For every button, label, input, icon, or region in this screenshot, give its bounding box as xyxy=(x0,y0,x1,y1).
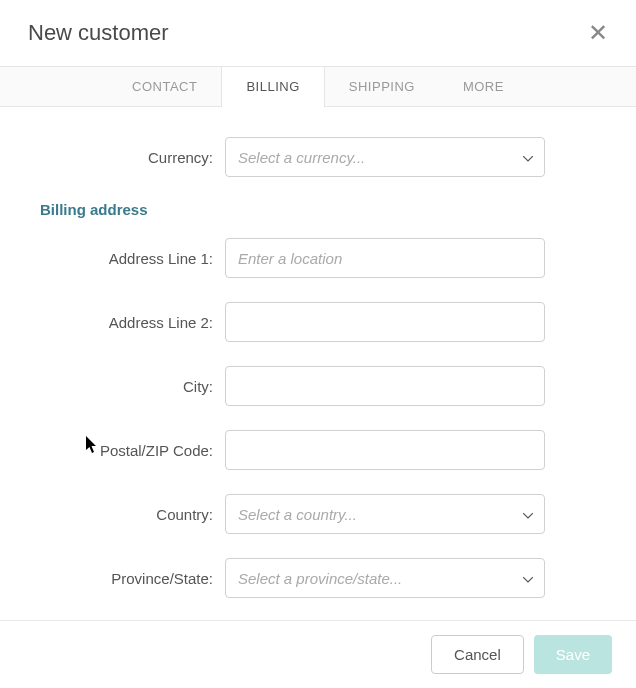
currency-select[interactable]: Select a currency... xyxy=(225,137,545,177)
tab-contact[interactable]: CONTACT xyxy=(108,67,221,106)
country-placeholder: Select a country... xyxy=(238,506,357,523)
close-button[interactable]: ✕ xyxy=(588,21,608,45)
address2-row: Address Line 2: xyxy=(40,302,596,342)
postal-label: Postal/ZIP Code: xyxy=(40,442,225,459)
city-label: City: xyxy=(40,378,225,395)
postal-input[interactable] xyxy=(225,430,545,470)
tab-more[interactable]: MORE xyxy=(439,67,528,106)
cancel-button[interactable]: Cancel xyxy=(431,635,524,674)
tab-bar: CONTACT BILLING SHIPPING MORE xyxy=(0,66,636,107)
country-label: Country: xyxy=(40,506,225,523)
province-row: Province/State: Select a province/state.… xyxy=(40,558,596,598)
currency-placeholder: Select a currency... xyxy=(238,149,365,166)
currency-row: Currency: Select a currency... xyxy=(40,137,596,177)
form-body: Currency: Select a currency... Billing a… xyxy=(0,107,636,642)
city-row: City: xyxy=(40,366,596,406)
tab-shipping[interactable]: SHIPPING xyxy=(325,67,439,106)
country-select[interactable]: Select a country... xyxy=(225,494,545,534)
province-placeholder: Select a province/state... xyxy=(238,570,402,587)
address1-row: Address Line 1: xyxy=(40,238,596,278)
currency-label: Currency: xyxy=(40,149,225,166)
postal-row: Postal/ZIP Code: xyxy=(40,430,596,470)
address2-input[interactable] xyxy=(225,302,545,342)
country-row: Country: Select a country... xyxy=(40,494,596,534)
address1-label: Address Line 1: xyxy=(40,250,225,267)
modal-title: New customer xyxy=(28,20,169,46)
province-select[interactable]: Select a province/state... xyxy=(225,558,545,598)
address2-label: Address Line 2: xyxy=(40,314,225,331)
address1-input[interactable] xyxy=(225,238,545,278)
province-label: Province/State: xyxy=(40,570,225,587)
billing-address-heading: Billing address xyxy=(40,201,596,218)
modal-footer: Cancel Save xyxy=(0,620,636,688)
save-button[interactable]: Save xyxy=(534,635,612,674)
close-icon: ✕ xyxy=(588,19,608,46)
city-input[interactable] xyxy=(225,366,545,406)
modal-header: New customer ✕ xyxy=(0,0,636,66)
tab-billing[interactable]: BILLING xyxy=(221,67,324,107)
